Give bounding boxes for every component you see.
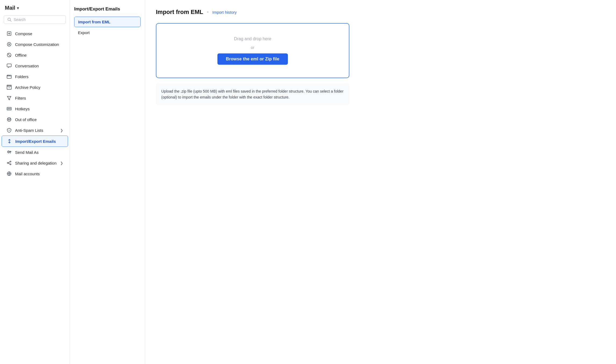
drag-drop-text: Drag and drop here	[234, 37, 271, 41]
sidebar-item-sharing-delegation[interactable]: Sharing and delegation ❯	[2, 158, 68, 168]
sidebar-item-send-mail-as[interactable]: Send Mail As	[2, 147, 68, 158]
search-icon	[7, 17, 12, 22]
import-history-link[interactable]: Import history	[212, 10, 237, 14]
sidebar-item-out-of-office[interactable]: Out of office	[2, 114, 68, 125]
sidebar-item-compose-customization[interactable]: Compose Customization	[2, 39, 68, 50]
app-title-text: Mail	[5, 5, 15, 11]
folders-icon	[6, 74, 12, 79]
sidebar-item-anti-spam[interactable]: Anti-Spam Lists ❯	[2, 125, 68, 136]
main-content: Import from EML Import history Drag and …	[145, 0, 616, 364]
conversation-icon	[6, 63, 12, 68]
sidebar-item-archive-policy[interactable]: Archive Policy	[2, 82, 68, 93]
sidebar-label-archive-policy: Archive Policy	[15, 85, 40, 90]
sub-nav-export-label: Export	[78, 30, 89, 35]
hotkeys-icon	[6, 106, 12, 111]
svg-line-33	[8, 162, 10, 163]
import-export-icon	[7, 139, 12, 144]
svg-point-21	[7, 118, 11, 121]
svg-line-23	[10, 118, 10, 119]
sidebar-label-sharing-delegation: Sharing and delegation	[15, 161, 56, 165]
app-title[interactable]: Mail ▾	[0, 5, 70, 15]
or-text: or	[251, 45, 254, 50]
sharing-chevron: ❯	[60, 161, 63, 165]
sub-nav-import-eml[interactable]: Import from EML	[74, 17, 141, 27]
sidebar-label-filters: Filters	[15, 96, 26, 100]
drop-zone[interactable]: Drag and drop here or Browse the eml or …	[156, 23, 349, 78]
offline-icon	[6, 52, 12, 58]
browse-button[interactable]: Browse the eml or Zip file	[217, 53, 288, 65]
separator-dot	[207, 11, 209, 13]
sidebar-label-compose-customization: Compose Customization	[15, 42, 59, 47]
anti-spam-icon	[6, 128, 12, 133]
sidebar-item-filters[interactable]: Filters	[2, 93, 68, 103]
svg-line-9	[8, 53, 11, 57]
anti-spam-chevron: ❯	[60, 128, 63, 132]
sidebar-label-anti-spam: Anti-Spam Lists	[15, 128, 43, 133]
search-placeholder: Search	[14, 17, 26, 22]
sidebar-label-compose: Compose	[15, 31, 32, 36]
filters-icon	[6, 95, 12, 101]
sidebar-label-conversation: Conversation	[15, 64, 39, 68]
svg-line-22	[8, 118, 8, 119]
sidebar-label-mail-accounts: Mail accounts	[15, 172, 40, 176]
svg-point-27	[8, 151, 10, 153]
svg-line-34	[8, 163, 10, 164]
sidebar-label-import-export: Import/Export Emails	[15, 139, 56, 144]
sub-nav-import-eml-label: Import from EML	[78, 20, 110, 24]
sidebar: Mail ▾ Search Compose Compose Cust	[0, 0, 70, 364]
middle-panel: Import/Export Emails Import from EML Exp…	[70, 0, 145, 364]
svg-line-1	[10, 20, 11, 21]
mail-accounts-icon	[6, 171, 12, 176]
svg-point-31	[10, 161, 11, 162]
sidebar-label-offline: Offline	[15, 53, 27, 57]
svg-marker-15	[7, 96, 11, 100]
sidebar-item-import-export[interactable]: Import/Export Emails	[2, 136, 68, 147]
sidebar-item-hotkeys[interactable]: Hotkeys	[2, 103, 68, 114]
sidebar-label-folders: Folders	[15, 74, 28, 79]
sidebar-label-hotkeys: Hotkeys	[15, 107, 30, 111]
sidebar-item-conversation[interactable]: Conversation	[2, 60, 68, 71]
middle-panel-title: Import/Export Emails	[74, 6, 141, 12]
svg-rect-13	[7, 85, 11, 86]
sidebar-label-out-of-office: Out of office	[15, 117, 37, 122]
svg-point-28	[8, 151, 9, 152]
out-of-office-icon	[6, 117, 12, 122]
sub-nav-export[interactable]: Export	[74, 28, 141, 38]
sidebar-label-send-mail-as: Send Mail As	[15, 150, 39, 155]
info-text: Upload the .zip file (upto 500 MB) with …	[161, 88, 344, 100]
svg-point-30	[7, 162, 8, 163]
sidebar-item-compose[interactable]: Compose	[2, 28, 68, 39]
sidebar-item-mail-accounts[interactable]: Mail accounts	[2, 168, 68, 179]
page-title: Import from EML	[156, 9, 203, 16]
main-header: Import from EML Import history	[156, 9, 605, 16]
info-box: Upload the .zip file (upto 500 MB) with …	[156, 83, 349, 105]
sidebar-item-offline[interactable]: Offline	[2, 50, 68, 60]
search-box[interactable]: Search	[4, 15, 66, 24]
send-mail-icon	[6, 150, 12, 155]
sharing-icon	[6, 160, 12, 166]
archive-icon	[6, 85, 12, 90]
compose-custom-icon	[6, 42, 12, 47]
svg-rect-10	[7, 64, 11, 67]
sidebar-item-folders[interactable]: Folders	[2, 71, 68, 82]
compose-icon	[6, 31, 12, 36]
app-title-chevron: ▾	[17, 6, 19, 10]
svg-point-32	[10, 164, 11, 165]
